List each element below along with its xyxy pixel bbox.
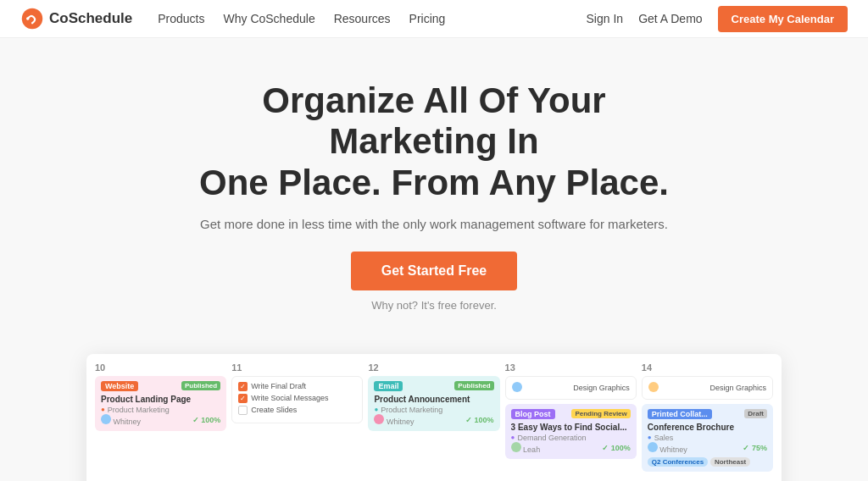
hero-section: Organize All Of Your Marketing In One Pl…	[0, 38, 868, 337]
signin-link[interactable]: Sign In	[587, 12, 624, 25]
card-checklist: ✓Write Final Draft ✓Write Social Message…	[231, 376, 363, 423]
card-product-announcement: EmailPublished Product Announcement ● Pr…	[368, 376, 499, 431]
nav-right: Sign In Get A Demo Create My Calendar	[587, 6, 848, 32]
svg-point-1	[26, 17, 30, 20]
card-blog-post-13: Blog PostPending Review 3 Easy Ways to F…	[505, 404, 637, 459]
cal-day-14: 14 Design Graphics Printed Collat...Draf…	[642, 362, 773, 476]
calendar-preview: 10 WebsitePublished Product Landing Page…	[86, 354, 782, 481]
card-design-graphics-13: Design Graphics	[505, 376, 637, 400]
get-started-button[interactable]: Get Started Free	[351, 252, 517, 290]
demo-link[interactable]: Get A Demo	[638, 12, 702, 25]
cal-day-13: 13 Design Graphics Blog PostPending Revi…	[505, 362, 637, 476]
navbar: CoSchedule Products Why CoSchedule Resou…	[0, 0, 868, 38]
card-product-landing: WebsitePublished Product Landing Page ● …	[95, 376, 226, 431]
card-conference-brochure: Printed Collat...Draft Conference Brochu…	[642, 404, 773, 472]
logo-icon	[20, 7, 44, 30]
cal-day-10: 10 WebsitePublished Product Landing Page…	[95, 362, 226, 476]
nav-products[interactable]: Products	[158, 12, 204, 25]
logo-text: CoSchedule	[49, 10, 132, 27]
cal-day-11: 11 ✓Write Final Draft ✓Write Social Mess…	[231, 362, 363, 476]
nav-links: Products Why CoSchedule Resources Pricin…	[158, 12, 586, 25]
create-calendar-button[interactable]: Create My Calendar	[718, 6, 848, 32]
calendar-row-1: 10 WebsitePublished Product Landing Page…	[95, 362, 773, 476]
card-design-graphics-14: Design Graphics	[642, 376, 773, 400]
hero-note: Why not? It's free forever.	[17, 299, 851, 312]
svg-point-0	[22, 8, 43, 30]
nav-resources[interactable]: Resources	[334, 12, 391, 25]
hero-headline: Organize All Of Your Marketing In One Pl…	[197, 80, 671, 203]
logo[interactable]: CoSchedule	[20, 7, 132, 30]
hero-subtext: Get more done in less time with the only…	[17, 217, 851, 231]
nav-pricing[interactable]: Pricing	[409, 12, 446, 25]
nav-why[interactable]: Why CoSchedule	[224, 12, 315, 25]
cal-day-12: 12 EmailPublished Product Announcement ●…	[368, 362, 499, 476]
